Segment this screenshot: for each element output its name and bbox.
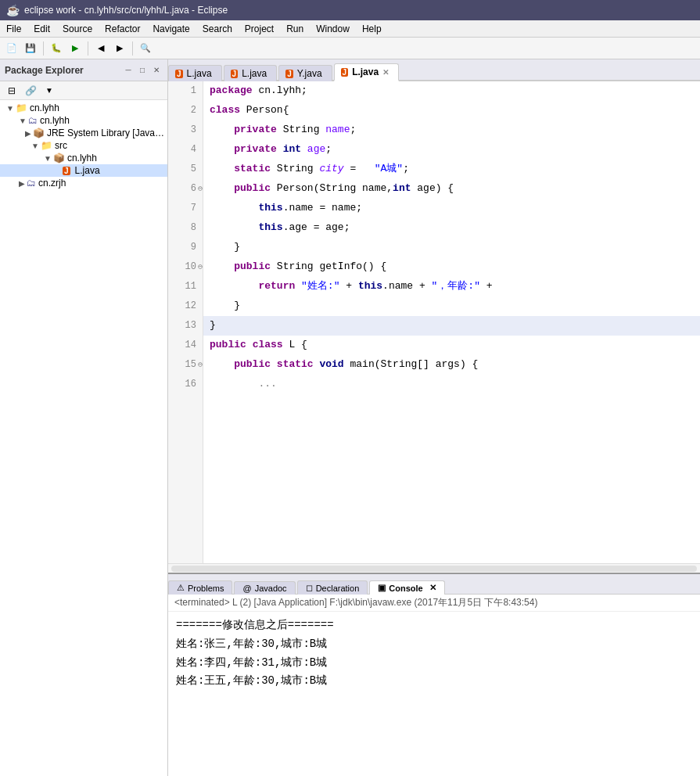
sidebar-menu-button[interactable]: ▼ [41, 82, 58, 99]
console-icon: ▣ [378, 583, 386, 593]
tab-close-icon[interactable]: ✕ [382, 68, 389, 77]
menu-run[interactable]: Run [280, 20, 310, 37]
console-close-icon[interactable]: ✕ [429, 583, 436, 593]
code-line-10: public String getInfo() { [203, 257, 700, 277]
line-num-6: 6 [174, 179, 196, 199]
code-content: 1 2 3 4 5 6 7 8 9 10 11 12 13 14 [168, 81, 700, 563]
menu-edit[interactable]: Edit [27, 20, 56, 37]
maximize-sidebar-button[interactable]: □ [136, 64, 149, 77]
code-line-12: } [203, 296, 700, 316]
line-num-15: 15 [174, 355, 196, 375]
save-button[interactable]: 💾 [22, 40, 39, 57]
package-explorer-title: Package Explorer [5, 65, 84, 76]
tree-arrow-cn-zrjh[interactable]: ▶ [19, 179, 25, 188]
tree-item-cn-lyhh-root[interactable]: ▼ 📁 cn.lyhh [0, 102, 167, 114]
java-icon-l-java: J [63, 167, 70, 175]
tree-arrow-cn-lyhh-pkg[interactable]: ▼ [44, 154, 52, 163]
h-scroll-track[interactable] [171, 566, 697, 572]
console-line-3: 姓名:李四,年龄:31,城市:B城 [176, 654, 692, 673]
new-button[interactable]: 📄 [3, 40, 20, 57]
line-num-2: 2 [174, 101, 196, 120]
project-icon-cn-lyhh: 🗂 [28, 115, 38, 126]
code-line-9: } [203, 238, 700, 257]
code-line-1: package cn.lyhh; [203, 81, 700, 101]
search-button[interactable]: 🔍 [137, 40, 154, 57]
tab-problems[interactable]: ⚠ Problems [168, 580, 232, 595]
package-icon-cn-lyhh: 📦 [53, 153, 65, 163]
code-line-6: public Person(String name,int age) { [203, 179, 700, 199]
code-line-5: static String city = "A城"; [203, 160, 700, 179]
tree-item-cn-lyhh[interactable]: ▼ 🗂 cn.lyhh [0, 114, 167, 127]
collapse-all-button[interactable]: ⊟ [3, 82, 20, 99]
tree-item-cn-zrjh[interactable]: ▶ 🗂 cn.zrjh [0, 177, 167, 189]
tab-label-1: L.java [187, 68, 212, 79]
title-text: eclipse work - cn.lyhh/src/cn/lyhh/L.jav… [24, 5, 228, 16]
tab-declaration[interactable]: ◻ Declaration [297, 580, 368, 595]
bottom-tabs: ⚠ Problems @ Javadoc ◻ Declaration ▣ Con… [168, 574, 700, 595]
code-line-16: ... [203, 375, 700, 394]
sidebar-header: Package Explorer ─ □ ✕ [0, 59, 167, 81]
tree-arrow-cn-lyhh[interactable]: ▼ [19, 117, 27, 125]
menu-window[interactable]: Window [310, 20, 356, 37]
menu-search[interactable]: Search [196, 20, 239, 37]
console-status: <terminated> L (2) [Java Application] F:… [168, 595, 700, 612]
tab-javadoc-label: Javadoc [255, 584, 287, 593]
line-num-1: 1 [174, 81, 196, 101]
line-num-7: 7 [174, 199, 196, 218]
console-content: =======修改信息之后======= 姓名:张三,年龄:30,城市:B城 姓… [168, 612, 700, 776]
menu-file[interactable]: File [0, 20, 27, 37]
tree-item-l-java[interactable]: J L.java [0, 164, 167, 177]
menu-help[interactable]: Help [356, 20, 388, 37]
tab-console-label: Console [389, 584, 422, 593]
console-line-2: 姓名:张三,年龄:30,城市:B城 [176, 635, 692, 654]
code-editor[interactable]: 1 2 3 4 5 6 7 8 9 10 11 12 13 14 [168, 81, 700, 573]
tree-label-cn-lyhh-pkg: cn.lyhh [67, 153, 97, 163]
editor-area: J L.java J L.java J Y.java J L.java ✕ [168, 59, 700, 776]
code-line-4: private int age; [203, 140, 700, 160]
link-editor-button[interactable]: 🔗 [22, 82, 39, 99]
tree-item-jre[interactable]: ▶ 📦 JRE System Library [Java… [0, 127, 167, 139]
line-num-4: 4 [174, 140, 196, 160]
line-num-9: 9 [174, 238, 196, 257]
sidebar-tree: ▼ 📁 cn.lyhh ▼ 🗂 cn.lyhh ▶ 📦 JRE System L… [0, 100, 167, 776]
tab-l-java-active[interactable]: J L.java ✕ [334, 63, 400, 81]
tab-icon-2: J [231, 70, 239, 78]
tab-console[interactable]: ▣ Console ✕ [369, 580, 444, 595]
close-sidebar-button[interactable]: ✕ [150, 64, 163, 77]
minimize-sidebar-button[interactable]: ─ [122, 64, 135, 77]
debug-button[interactable]: 🐛 [48, 40, 65, 57]
horizontal-scrollbar[interactable] [168, 563, 700, 573]
menu-navigate[interactable]: Navigate [146, 20, 196, 37]
menu-source[interactable]: Source [56, 20, 99, 37]
tree-label-cn-lyhh-root: cn.lyhh [30, 102, 59, 113]
tree-arrow-jre[interactable]: ▶ [25, 129, 31, 138]
toolbar-sep-1 [43, 41, 44, 56]
menu-bar: File Edit Source Refactor Navigate Searc… [0, 20, 700, 38]
line-num-12: 12 [174, 296, 196, 316]
back-button[interactable]: ◀ [92, 40, 109, 57]
tab-label-2: L.java [242, 68, 267, 79]
tree-label-src: src [55, 140, 67, 151]
forward-button[interactable]: ▶ [111, 40, 128, 57]
run-button[interactable]: ▶ [66, 40, 84, 57]
code-line-13: } [203, 316, 700, 336]
bottom-panel: ⚠ Problems @ Javadoc ◻ Declaration ▣ Con… [168, 573, 700, 776]
tab-javadoc[interactable]: @ Javadoc [234, 581, 295, 595]
editor-bottom-container: 1 2 3 4 5 6 7 8 9 10 11 12 13 14 [168, 81, 700, 776]
console-line-1: =======修改信息之后======= [176, 616, 692, 635]
tree-arrow-src[interactable]: ▼ [31, 142, 39, 150]
menu-project[interactable]: Project [239, 20, 280, 37]
tab-l-java-2[interactable]: J L.java [224, 65, 278, 81]
code-lines[interactable]: package cn.lyhh; class Person{ private S… [203, 81, 700, 563]
tree-label-l-java: L.java [75, 165, 100, 176]
menu-refactor[interactable]: Refactor [99, 20, 146, 37]
project-icon-cn-zrjh: 🗂 [27, 178, 36, 189]
editor-tabs: J L.java J L.java J Y.java J L.java ✕ [168, 59, 700, 81]
tab-label-4: L.java [352, 66, 379, 77]
tree-item-src[interactable]: ▼ 📁 src [0, 139, 167, 152]
folder-icon-cn-lyhh-root: 📁 [16, 102, 27, 113]
tree-item-cn-lyhh-pkg[interactable]: ▼ 📦 cn.lyhh [0, 152, 167, 164]
tab-l-java-1[interactable]: J L.java [168, 65, 222, 81]
tab-y-java[interactable]: J Y.java [278, 65, 332, 81]
tree-arrow-cn-lyhh-root[interactable]: ▼ [6, 104, 14, 113]
